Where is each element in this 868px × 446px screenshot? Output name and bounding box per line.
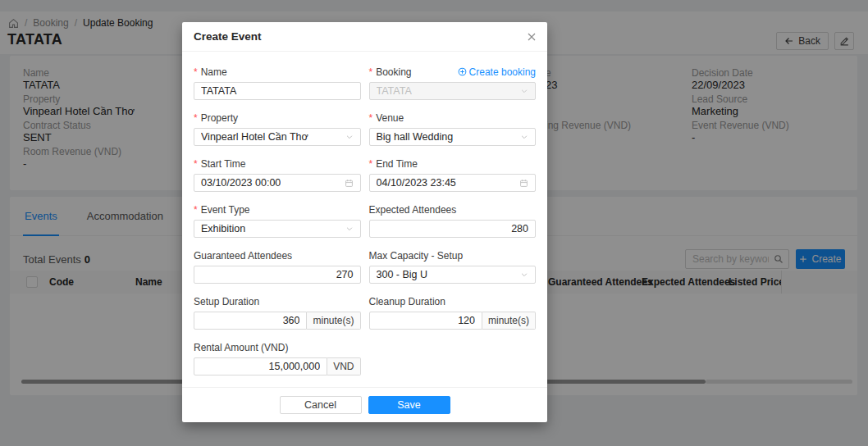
booking-update-page: / Booking / Update Booking TATATA Back N… [0,0,868,446]
cleanup-duration-unit: minute(s) [482,312,536,330]
chevron-down-icon [345,133,354,141]
chevron-down-icon [345,225,354,233]
field-max-capacity: Max Capacity - Setup 300 - Big U [369,249,537,284]
expected-attendees-input[interactable] [369,220,537,238]
save-button[interactable]: Save [368,396,450,414]
end-time-label: End Time [369,158,418,170]
guaranteed-attendees-input[interactable] [194,266,361,284]
field-end-time: End Time 04/10/2023 23:45 [369,157,537,192]
create-event-modal: Create Event Name Booking Create booking [182,22,547,422]
field-expected-attendees: Expected Attendees [369,203,537,238]
setup-duration-input[interactable] [194,312,307,330]
property-label: Property [194,112,238,124]
field-venue: Venue Big hall Wedding [369,112,537,146]
field-property: Property Vinpearl Hotel Cần Thơ [194,112,361,146]
booking-label: Booking [369,66,412,78]
max-capacity-label: Max Capacity - Setup [369,250,464,262]
cleanup-duration-input[interactable] [369,312,482,330]
venue-label: Venue [369,112,404,124]
field-name: Name [194,66,361,100]
setup-duration-unit: minute(s) [307,312,360,330]
guaranteed-attendees-label: Guaranteed Attendees [194,250,292,262]
cleanup-duration-label: Cleanup Duration [369,296,445,307]
field-event-type: Event Type Exhibition [194,203,361,238]
field-start-time: Start Time 03/10/2023 00:00 [194,157,361,192]
field-booking: Booking Create booking TATATA [369,66,537,100]
field-guaranteed-attendees: Guaranteed Attendees [194,249,361,284]
event-type-select[interactable]: Exhibition [194,220,361,238]
modal-header: Create Event [182,22,547,52]
rental-amount-currency: VND [327,357,360,375]
chevron-down-icon [520,271,528,279]
field-rental-amount: Rental Amount (VND) VND [194,341,361,375]
chevron-down-icon [520,133,528,141]
create-booking-link[interactable]: Create booking [458,66,536,78]
modal-body: Name Booking Create booking TATATA [182,52,547,387]
cancel-button[interactable]: Cancel [280,396,362,414]
modal-title: Create Event [194,30,262,43]
name-label: Name [194,66,227,78]
property-select[interactable]: Vinpearl Hotel Cần Thơ [194,128,361,146]
field-setup-duration: Setup Duration minute(s) [194,295,361,330]
setup-duration-label: Setup Duration [194,296,259,307]
event-type-label: Event Type [194,204,250,216]
calendar-icon [519,179,528,188]
start-time-input[interactable]: 03/10/2023 00:00 [194,174,361,192]
modal-footer: Cancel Save [182,387,547,422]
close-icon[interactable] [524,30,539,44]
booking-select: TATATA [369,82,537,100]
name-input[interactable] [194,82,361,100]
calendar-icon [345,179,354,188]
field-cleanup-duration: Cleanup Duration minute(s) [369,295,537,330]
start-time-label: Start Time [194,158,245,170]
rental-amount-label: Rental Amount (VND) [194,342,288,353]
plus-circle-icon [458,67,467,76]
venue-select[interactable]: Big hall Wedding [369,128,537,146]
max-capacity-select[interactable]: 300 - Big U [369,266,537,284]
expected-attendees-label: Expected Attendees [369,204,457,216]
chevron-down-icon [520,87,528,95]
rental-amount-input[interactable] [194,357,327,375]
end-time-input[interactable]: 04/10/2023 23:45 [369,174,537,192]
